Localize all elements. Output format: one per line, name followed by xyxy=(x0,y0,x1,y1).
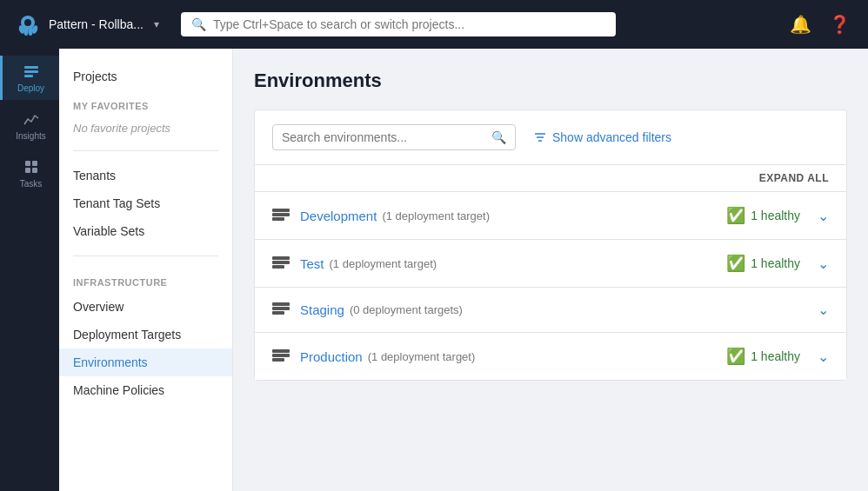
deploy-icon xyxy=(23,63,40,80)
advanced-filters-label: Show advanced filters xyxy=(552,130,671,144)
svg-rect-19 xyxy=(272,256,290,260)
svg-rect-22 xyxy=(272,302,290,306)
svg-rect-11 xyxy=(25,168,30,173)
global-search-input[interactable] xyxy=(213,17,605,31)
environments-panel: 🔍 Show advanced filters EXPAND ALL xyxy=(254,109,847,381)
header-actions: 🔔 ❓ xyxy=(786,10,854,38)
advanced-filters-button[interactable]: Show advanced filters xyxy=(526,127,678,148)
svg-rect-23 xyxy=(272,307,290,310)
env-status-test: ✅ 1 healthy xyxy=(726,254,800,273)
filter-bar: 🔍 Show advanced filters xyxy=(255,110,846,165)
env-row-icon-staging xyxy=(272,302,290,317)
svg-rect-21 xyxy=(272,265,284,269)
nav-item-machine-policies[interactable]: Machine Policies xyxy=(59,376,232,404)
nav-item-projects[interactable]: Projects xyxy=(59,63,232,90)
nav-item-environments[interactable]: Environments xyxy=(59,348,232,376)
svg-rect-10 xyxy=(32,161,37,166)
svg-rect-17 xyxy=(272,213,290,216)
svg-rect-25 xyxy=(272,349,290,353)
sidebar-nav: Projects MY FAVORITES No favorite projec… xyxy=(59,49,233,491)
global-search-bar[interactable]: 🔍 xyxy=(181,12,616,36)
notifications-button[interactable]: 🔔 xyxy=(786,10,815,38)
env-status-development: ✅ 1 healthy xyxy=(726,206,800,225)
env-count-development: (1 deployment target) xyxy=(382,209,490,222)
svg-rect-24 xyxy=(272,311,284,315)
sidebar-icon-rail: Deploy Insights Tasks xyxy=(0,49,59,491)
env-count-test: (1 deployment target) xyxy=(330,257,437,270)
svg-rect-27 xyxy=(272,358,284,362)
insights-icon xyxy=(23,110,40,128)
env-search-icon: 🔍 xyxy=(491,130,506,144)
expand-all-row: EXPAND ALL xyxy=(255,165,846,192)
svg-rect-18 xyxy=(272,217,284,221)
svg-rect-9 xyxy=(25,161,30,166)
global-search-icon: 🔍 xyxy=(191,17,206,31)
env-name-test[interactable]: Test xyxy=(300,256,324,271)
env-status-check-development: ✅ xyxy=(726,206,745,225)
env-status-check-production: ✅ xyxy=(726,347,745,366)
env-name-staging[interactable]: Staging xyxy=(300,302,344,317)
env-name-development[interactable]: Development xyxy=(300,209,377,223)
filter-icon xyxy=(533,130,547,144)
insights-label: Insights xyxy=(16,131,45,141)
nav-item-deployment-targets[interactable]: Deployment Targets xyxy=(59,321,232,348)
sidebar-icon-insights[interactable]: Insights xyxy=(0,103,59,148)
env-row-production: Production (1 deployment target) ✅ 1 hea… xyxy=(255,333,846,380)
expand-all-button[interactable]: EXPAND ALL xyxy=(759,172,829,184)
deploy-label: Deploy xyxy=(17,83,44,93)
env-search-wrapper[interactable]: 🔍 xyxy=(272,124,516,150)
main-content: Environments 🔍 Show advanced filters xyxy=(233,49,868,491)
env-row-icon-production xyxy=(272,349,290,364)
nav-divider-2 xyxy=(73,255,218,256)
env-chevron-development[interactable]: ⌄ xyxy=(818,208,829,224)
brand-section: Pattern - Rollba... ▾ xyxy=(14,10,170,38)
brand-logo-icon xyxy=(14,10,42,38)
svg-rect-26 xyxy=(272,354,290,357)
svg-rect-12 xyxy=(32,168,37,173)
nav-infrastructure-title: INFRASTRUCTURE xyxy=(59,267,232,293)
nav-divider-1 xyxy=(73,150,218,151)
svg-rect-8 xyxy=(24,75,33,77)
sidebar-icon-deploy[interactable]: Deploy xyxy=(0,56,59,100)
env-row-icon-test xyxy=(272,256,290,271)
nav-item-tenant-tag-sets[interactable]: Tenant Tag Sets xyxy=(59,189,232,217)
svg-rect-16 xyxy=(272,209,290,212)
svg-point-3 xyxy=(24,27,29,36)
env-status-label-development: 1 healthy xyxy=(751,209,800,222)
env-row-test: Test (1 deployment target) ✅ 1 healthy ⌄ xyxy=(255,240,846,288)
nav-favorites-empty: No favorite projects xyxy=(59,116,232,140)
page-title: Environments xyxy=(254,70,847,92)
svg-rect-20 xyxy=(272,261,290,264)
nav-item-variable-sets[interactable]: Variable Sets xyxy=(59,217,232,245)
env-count-production: (1 deployment target) xyxy=(368,350,476,363)
env-row-icon-development xyxy=(272,209,290,223)
nav-item-tenants[interactable]: Tenants xyxy=(59,162,232,189)
nav-item-overview[interactable]: Overview xyxy=(59,293,232,321)
svg-rect-6 xyxy=(24,66,38,69)
help-button[interactable]: ❓ xyxy=(825,10,854,38)
sidebar-icon-tasks[interactable]: Tasks xyxy=(0,151,59,196)
env-count-staging: (0 deployment targets) xyxy=(350,303,463,316)
env-chevron-production[interactable]: ⌄ xyxy=(818,348,829,365)
env-status-label-production: 1 healthy xyxy=(751,349,800,363)
app-header: Pattern - Rollba... ▾ 🔍 🔔 ❓ xyxy=(0,0,868,49)
brand-chevron-icon[interactable]: ▾ xyxy=(154,18,159,30)
tasks-icon xyxy=(23,158,40,176)
nav-favorites-title: MY FAVORITES xyxy=(59,90,232,116)
env-search-input[interactable] xyxy=(282,130,484,144)
app-body: Deploy Insights Tasks Projects MY FAVORI… xyxy=(0,49,868,491)
svg-point-1 xyxy=(24,19,31,26)
env-chevron-staging[interactable]: ⌄ xyxy=(818,302,829,318)
tasks-label: Tasks xyxy=(20,179,43,189)
env-status-label-test: 1 healthy xyxy=(751,256,800,270)
env-chevron-test[interactable]: ⌄ xyxy=(818,255,829,272)
env-status-production: ✅ 1 healthy xyxy=(726,347,800,366)
env-row-development: Development (1 deployment target) ✅ 1 he… xyxy=(255,192,846,240)
env-name-production[interactable]: Production xyxy=(300,349,363,364)
env-row-staging: Staging (0 deployment targets) ⌄ xyxy=(255,288,846,333)
svg-rect-7 xyxy=(24,70,38,73)
env-status-check-test: ✅ xyxy=(726,254,745,273)
brand-name-text: Pattern - Rollba... xyxy=(49,17,144,31)
